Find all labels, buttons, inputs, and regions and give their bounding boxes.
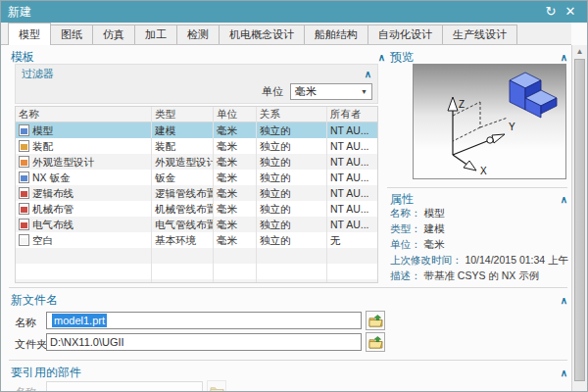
assembly-icon <box>19 140 29 152</box>
close-icon[interactable]: ✕ <box>561 3 580 21</box>
vertical-scrollbar[interactable]: ▲ <box>571 45 587 391</box>
browse-filename-button[interactable] <box>366 311 385 330</box>
dialog-title: 新建 <box>8 4 541 21</box>
axis-label-z: Z <box>459 99 465 110</box>
filename-input[interactable]: model1.prt <box>46 312 362 329</box>
properties-list: 名称： 模型 类型： 建模 单位： 毫米 上次修改时间： 10/14/2015 … <box>390 205 568 283</box>
table-row-logical-routing[interactable]: 逻辑布线 逻辑管线布置 毫米 独立的 NT AU... <box>16 185 377 201</box>
column-relationship[interactable]: 关系 <box>257 107 327 122</box>
tab-model[interactable]: 模型 <box>8 23 51 45</box>
sheet-metal-icon <box>19 172 29 183</box>
property-description: 描述： 带基准 CSYS 的 NX 示例 <box>390 268 568 283</box>
filter-group: 过滤器 ∧ 单位 毫米 ▼ <box>15 64 378 104</box>
units-value: 毫米 <box>295 84 317 99</box>
table-row-assembly[interactable]: 装配 装配 毫米 独立的 NT AU... <box>16 138 377 154</box>
units-label: 单位 <box>262 84 283 99</box>
axis-label-y: Y <box>509 122 515 132</box>
scrollbar-thumb[interactable] <box>574 59 585 381</box>
reference-name-label: 名称 <box>15 385 36 392</box>
electrical-routing-icon <box>19 219 29 230</box>
new-filename-title: 新文件名 <box>11 292 58 309</box>
tab-automation-design[interactable]: 自动化设计 <box>368 24 443 44</box>
column-owner[interactable]: 所有者 <box>327 107 376 122</box>
selected-text: model1.prt <box>52 314 107 327</box>
chevron-up-icon[interactable]: ∧ <box>378 52 385 63</box>
filter-title: 过滤器 <box>22 67 54 81</box>
mechanical-routing-icon <box>19 203 29 215</box>
new-part-dialog: 新建 ↻ ✕ 模型 图纸 仿真 加工 检测 机电概念设计 船舶结构 自动化设计 … <box>0 0 588 392</box>
chevron-up-icon[interactable]: ∧ <box>365 69 371 79</box>
reference-part-section-header[interactable]: 要引用的部件 ∧ <box>11 365 567 381</box>
table-header-row: 名称 类型 单位 关系 所有者 <box>16 107 377 122</box>
browse-reference-button <box>207 380 226 392</box>
logical-routing-icon <box>19 187 29 199</box>
folder-label: 文件夹 <box>15 337 47 352</box>
chevron-up-icon[interactable]: ∧ <box>561 52 567 63</box>
column-units[interactable]: 单位 <box>214 107 257 122</box>
chevron-down-icon: ▼ <box>361 88 368 95</box>
tab-simulation[interactable]: 仿真 <box>92 24 135 44</box>
column-type[interactable]: 类型 <box>152 107 214 122</box>
scroll-up-icon[interactable]: ▲ <box>572 45 587 58</box>
tab-drawing[interactable]: 图纸 <box>50 24 93 44</box>
open-folder-icon <box>368 336 383 349</box>
preview-image: Z X Y <box>413 64 566 179</box>
folder-path-input[interactable]: D:\NX11.0\UGII <box>46 333 362 351</box>
new-filename-section-header[interactable]: 新文件名 ∧ <box>11 292 567 309</box>
tab-mechatronics[interactable]: 机电概念设计 <box>219 24 305 44</box>
shape-studio-icon <box>19 156 29 168</box>
table-row-sheet-metal[interactable]: NX 钣金 钣金 毫米 独立的 NT AU... <box>16 170 377 185</box>
tab-ship-structure[interactable]: 船舶结构 <box>304 24 368 44</box>
reference-part-title: 要引用的部件 <box>11 365 81 381</box>
table-filler-row <box>16 279 377 283</box>
browse-folder-button[interactable] <box>366 332 385 352</box>
blank-document-icon <box>19 234 29 246</box>
reference-name-input <box>46 381 203 392</box>
preview-title: 预览 <box>390 49 414 66</box>
table-filler-row <box>16 264 377 279</box>
tab-inspection[interactable]: 检测 <box>176 24 220 44</box>
property-type: 类型： 建模 <box>390 220 568 236</box>
table-row-mechanical-routing[interactable]: 机械布管 机械管线布置 毫米 独立的 NT AU... <box>16 201 377 217</box>
table-row-shape-studio[interactable]: 外观造型设计 外观造型设计 毫米 独立的 NT AU... <box>16 154 377 170</box>
table-row-model[interactable]: 模型 建模 毫米 独立的 NT AU... <box>16 122 377 138</box>
axis-label-x: X <box>480 166 487 176</box>
tab-line-design[interactable]: 生产线设计 <box>442 24 517 44</box>
table-filler-row <box>16 248 377 264</box>
csys-preview-drawing: Z X Y <box>414 65 565 178</box>
tab-bar: 模型 图纸 仿真 加工 检测 机电概念设计 船舶结构 自动化设计 生产线设计 <box>1 23 571 45</box>
tab-manufacturing[interactable]: 加工 <box>134 24 177 44</box>
title-bar[interactable]: 新建 ↻ ✕ <box>1 1 587 23</box>
units-dropdown[interactable]: 毫米 ▼ <box>290 83 372 100</box>
open-folder-icon <box>368 315 383 327</box>
column-name[interactable]: 名称 <box>16 107 152 122</box>
reset-icon[interactable]: ↻ <box>541 3 561 21</box>
property-units: 单位： 毫米 <box>390 236 568 252</box>
chevron-up-icon[interactable]: ∧ <box>561 368 567 378</box>
open-folder-icon <box>210 384 224 392</box>
chevron-up-icon[interactable]: ∧ <box>561 295 567 306</box>
filename-label: 名称 <box>15 316 36 330</box>
table-row-electrical-routing[interactable]: 电气布线 电气管线布置 毫米 独立的 NT AU... <box>16 217 377 232</box>
property-last-modified: 上次修改时间： 10/14/2015 01:34 上午 <box>390 252 568 268</box>
chevron-up-icon[interactable]: ∧ <box>561 194 567 205</box>
part-icon <box>19 124 29 136</box>
template-table: 名称 类型 单位 关系 所有者 模型 建模 毫米 独立的 NT AU... 装配… <box>15 106 378 283</box>
table-row-blank[interactable]: 空白 基本环境 毫米 独立的 无 <box>16 232 377 248</box>
property-name: 名称： 模型 <box>390 205 568 220</box>
